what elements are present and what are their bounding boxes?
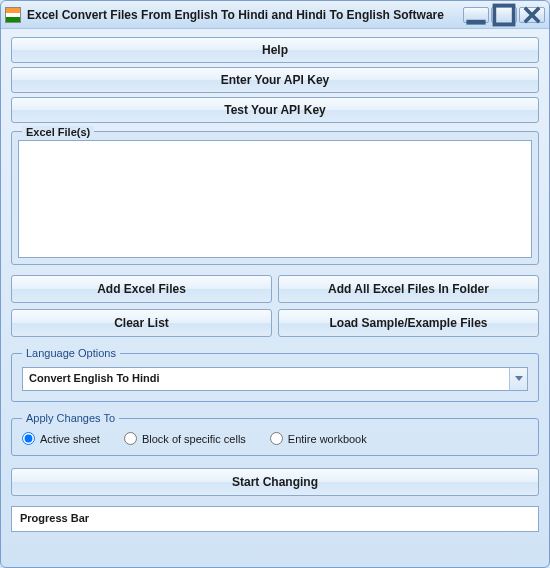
language-options-legend: Language Options: [22, 347, 120, 359]
excel-files-group: Excel File(s): [11, 131, 539, 265]
language-options-group: Language Options Convert English To Hind…: [11, 347, 539, 402]
maximize-button[interactable]: [491, 7, 517, 23]
radio-entire-workbook-label: Entire workbook: [288, 433, 367, 445]
radio-block-cells-input[interactable]: [124, 432, 137, 445]
apply-changes-legend: Apply Changes To: [22, 412, 119, 424]
app-icon: [5, 7, 21, 23]
titlebar: Excel Convert Files From English To Hind…: [1, 1, 549, 29]
app-window: Excel Convert Files From English To Hind…: [0, 0, 550, 568]
dropdown-arrow-icon[interactable]: [509, 368, 527, 390]
test-api-key-button[interactable]: Test Your API Key: [11, 97, 539, 123]
language-select-value: Convert English To Hindi: [23, 368, 509, 390]
add-excel-files-button[interactable]: Add Excel Files: [11, 275, 272, 303]
load-sample-button[interactable]: Load Sample/Example Files: [278, 309, 539, 337]
apply-changes-radios: Active sheet Block of specific cells Ent…: [22, 432, 528, 445]
enter-api-key-button[interactable]: Enter Your API Key: [11, 67, 539, 93]
svg-rect-1: [494, 5, 513, 24]
radio-active-sheet[interactable]: Active sheet: [22, 432, 100, 445]
start-changing-button[interactable]: Start Changing: [11, 468, 539, 496]
close-button[interactable]: [519, 7, 545, 23]
add-folder-button[interactable]: Add All Excel Files In Folder: [278, 275, 539, 303]
help-button[interactable]: Help: [11, 37, 539, 63]
radio-active-sheet-input[interactable]: [22, 432, 35, 445]
language-select[interactable]: Convert English To Hindi: [22, 367, 528, 391]
window-title: Excel Convert Files From English To Hind…: [27, 8, 461, 22]
radio-active-sheet-label: Active sheet: [40, 433, 100, 445]
radio-entire-workbook[interactable]: Entire workbook: [270, 432, 367, 445]
minimize-button[interactable]: [463, 7, 489, 23]
excel-files-legend: Excel File(s): [22, 126, 94, 138]
apply-changes-group: Apply Changes To Active sheet Block of s…: [11, 412, 539, 456]
radio-block-cells-label: Block of specific cells: [142, 433, 246, 445]
excel-files-list[interactable]: [18, 140, 532, 258]
file-action-buttons: Add Excel Files Add All Excel Files In F…: [11, 275, 539, 337]
progress-bar-label: Progress Bar: [20, 512, 89, 524]
clear-list-button[interactable]: Clear List: [11, 309, 272, 337]
radio-entire-workbook-input[interactable]: [270, 432, 283, 445]
radio-block-cells[interactable]: Block of specific cells: [124, 432, 246, 445]
progress-bar: Progress Bar: [11, 506, 539, 532]
content-area: Help Enter Your API Key Test Your API Ke…: [1, 29, 549, 567]
svg-rect-0: [466, 19, 485, 24]
